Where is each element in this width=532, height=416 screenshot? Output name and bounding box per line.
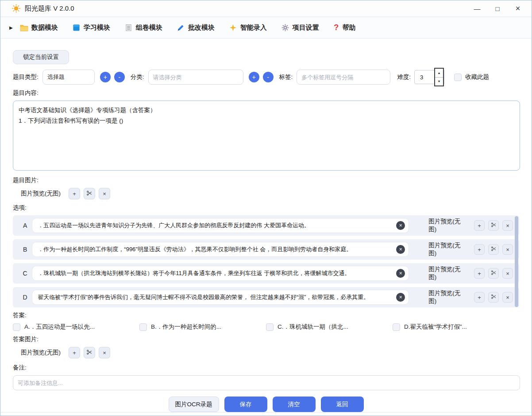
lock-settings-button[interactable]: 锁定当前设置 [13,50,69,64]
spin-down-button[interactable]: ▼ [435,78,443,86]
menu-item-label: 数据模块 [31,23,58,32]
option-letter: B [22,246,28,253]
answer-image-label: 答案图片: [13,335,519,343]
question-mark-icon: ? [333,23,339,32]
answer-label: A.．五四运动是一场以先... [24,323,95,331]
options-scrollbar[interactable] [515,216,518,307]
folder-icon [20,23,28,32]
document-list-icon [124,23,133,32]
crop-option-image-button[interactable] [488,244,499,255]
content-label: 题目内容: [13,89,519,97]
tags-input[interactable] [297,70,390,85]
image-preview-text: 图片预览(无图) [21,349,61,357]
question-editor-form: 锁定当前设置 题目类型: + - 分类: + - 标签: 难度: 3 ▲ ▼ 收… [0,39,532,412]
menu-item-help[interactable]: ? 帮助 [333,23,356,32]
answers-row: A.．五四运动是一场以先... B.．作为一种超长时间的... C.．珠机城轨一… [13,323,519,331]
answer-label: D.翟天临被“学术打假”... [404,323,467,331]
favorite-checkbox[interactable] [454,74,462,81]
answer-checkbox[interactable] [393,323,400,331]
save-button[interactable]: 保存 [224,397,267,412]
spin-up-button[interactable]: ▲ [435,69,443,78]
menu-item-label: 批改模块 [188,23,215,32]
menu-bar: ▶ 数据模块 学习模块 [0,17,532,39]
window-bottom-edge [0,412,532,416]
menu-overflow-arrow-icon[interactable]: ▶ [9,25,13,30]
answer-choice-c[interactable]: C.．珠机城轨一期（拱北... [266,323,393,331]
menu-item-paper-module[interactable]: 组卷模块 [124,23,162,32]
answer-checkbox[interactable] [13,323,20,331]
image-preview-text: 图片预览(无图) [428,218,463,233]
menu-item-label: 智能录入 [240,23,267,32]
question-image-row: 图片预览(无图) + × [13,188,519,199]
gear-icon [281,23,289,32]
crop-image-button[interactable] [84,188,95,199]
remark-input[interactable] [13,375,520,390]
remove-option-image-button[interactable]: × [502,292,513,303]
options-label: 选项: [13,204,519,212]
menu-item-label: 项目设置 [293,23,319,32]
answer-checkbox[interactable] [139,323,147,331]
blue-book-icon [72,23,81,32]
menu-item-project-settings[interactable]: 项目设置 [281,23,319,32]
remove-option-image-button[interactable]: × [502,220,513,231]
option-row-c: C × 图片预览(无图) + × [13,263,519,284]
answer-label: C.．珠机城轨一期（拱北... [278,323,348,331]
scissors-icon [491,270,497,277]
answer-checkbox[interactable] [266,323,274,331]
image-preview-text: 图片预览(无图) [21,190,61,198]
remark-label: 备注: [13,364,519,372]
menu-item-data-module[interactable]: 数据模块 [20,23,58,32]
maximize-button[interactable]: □ [487,2,508,15]
remove-image-button[interactable]: × [99,188,110,199]
window-controls: — □ × [467,2,528,15]
clear-button[interactable]: 清空 [273,397,316,412]
add-image-button[interactable]: + [69,347,80,358]
option-a-input[interactable] [32,218,409,233]
category-input[interactable] [148,70,243,85]
crop-option-image-button[interactable] [488,292,499,303]
title-bar: 阳光题库 V 2.0.0 — □ × [0,0,532,17]
option-b-input[interactable] [32,242,409,257]
add-option-image-button[interactable]: + [474,268,485,279]
back-button[interactable]: 返回 [321,397,364,412]
option-row-a: A × 图片预览(无图) + × [13,215,519,236]
image-preview-text: 图片预览(无图) [428,289,463,305]
minimize-button[interactable]: — [467,2,487,15]
menu-item-study-module[interactable]: 学习模块 [72,23,110,32]
difficulty-spinner[interactable]: 3 ▲ ▼ [414,70,444,84]
close-button[interactable]: × [508,2,528,15]
scissors-icon [491,294,497,301]
question-content-textarea[interactable]: 中考语文基础知识《选择题》专项练习题（含答案） 1．下列词语注音和书写有误的一项… [13,101,520,171]
options-list: A × 图片预览(无图) + × [13,215,519,307]
app-window: 阳光题库 V 2.0.0 — □ × ▶ 数据模块 [0,0,532,416]
crop-option-image-button[interactable] [488,268,499,279]
ocr-entry-button[interactable]: 图片OCR录题 [169,397,219,412]
menu-item-grading-module[interactable]: 批改模块 [177,23,215,32]
answer-choice-b[interactable]: B.．作为一种超长时间的... [139,323,266,331]
menu-item-smart-entry[interactable]: 智能录入 [229,23,267,32]
action-buttons: 图片OCR录题 保存 清空 返回 [13,397,519,412]
question-type-input[interactable] [42,70,95,85]
add-type-button[interactable]: + [100,72,111,82]
option-c-input[interactable] [32,266,409,281]
add-option-image-button[interactable]: + [474,292,485,303]
add-image-button[interactable]: + [69,188,80,199]
remove-category-button[interactable]: - [263,72,274,82]
add-category-button[interactable]: + [249,72,259,82]
remove-image-button[interactable]: × [99,347,110,358]
crop-option-image-button[interactable] [488,220,499,231]
scissors-icon [491,246,497,253]
option-d-input[interactable] [32,290,409,305]
add-option-image-button[interactable]: + [474,220,485,231]
add-option-image-button[interactable]: + [474,244,485,255]
option-letter: D [22,294,28,301]
tags-label: 标签: [279,73,293,81]
answer-choice-d[interactable]: D.翟天临被“学术打假”... [393,323,519,331]
crop-image-button[interactable] [84,347,95,358]
answer-choice-a[interactable]: A.．五四运动是一场以先... [13,323,139,331]
answer-image-row: 图片预览(无图) + × [13,347,519,358]
remove-type-button[interactable]: - [114,72,125,82]
scissors-icon [86,190,93,198]
remove-option-image-button[interactable]: × [502,244,513,255]
remove-option-image-button[interactable]: × [502,268,513,279]
